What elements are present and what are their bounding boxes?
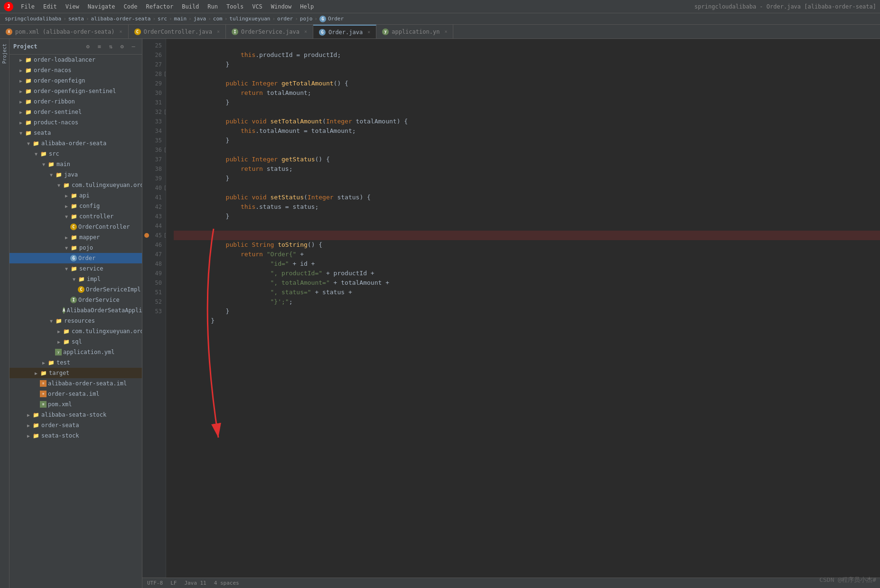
tab-icon-controller: C — [134, 28, 141, 35]
file-icon-yml: y — [55, 349, 62, 355]
arrow-icon: ▶ — [63, 192, 70, 199]
tree-pojo[interactable]: ▼ 📁 pojo — [9, 243, 142, 253]
tab-pom-xml[interactable]: x pom.xml (alibaba-order-seata) × — [0, 25, 129, 38]
sidebar-header: Project ⚙ ≡ ⇅ ⚙ — — [9, 39, 142, 55]
window-title: springcloudalibaba - Order.java [alibaba… — [694, 3, 876, 10]
breakpoint-dot — [144, 233, 149, 238]
tab-application-yml[interactable]: y application.yn × — [376, 25, 453, 38]
tree-sql[interactable]: ▶ 📁 sql — [9, 336, 142, 347]
menu-edit[interactable]: Edit — [39, 2, 61, 11]
tab-close-order[interactable]: × — [367, 29, 370, 35]
tree-seata[interactable]: ▼ 📁 seata — [9, 128, 142, 138]
line-40: 40 - — [142, 183, 166, 193]
tab-close-controller[interactable]: × — [217, 29, 220, 34]
tree-com-package[interactable]: ▼ 📁 com.tulingxueyuan.order — [9, 180, 142, 190]
tree-order-seata[interactable]: ▶ 📁 order-seata — [9, 420, 142, 430]
menu-help[interactable]: Help — [296, 2, 318, 11]
tree-target[interactable]: ▶ 📁 target — [9, 368, 142, 378]
tree-order-controller-file[interactable]: C OrderController — [9, 222, 142, 232]
menu-run[interactable]: Run — [204, 2, 222, 11]
arrow-icon: ▼ — [47, 171, 55, 178]
sidebar-gear-btn[interactable]: ⚙ — [117, 42, 127, 51]
tab-close-pom[interactable]: × — [120, 29, 122, 34]
menu-tools[interactable]: Tools — [223, 2, 247, 11]
tab-order-service[interactable]: I OrderService.java × — [226, 25, 313, 38]
tree-alibaba-iml[interactable]: ≡ alibaba-order-seata.iml — [9, 378, 142, 389]
code-line-47: "id=" + id + — [174, 250, 880, 259]
folder-icon: 📁 — [70, 192, 78, 199]
tree-order-ribbon[interactable]: ▶ 📁 order-ribbon — [9, 96, 142, 107]
tree-controller[interactable]: ▼ 📁 controller — [9, 211, 142, 222]
folder-icon: 📁 — [70, 202, 78, 210]
menu-build[interactable]: Build — [178, 2, 203, 11]
menu-refactor[interactable]: Refactor — [142, 2, 177, 11]
vertical-tabs: Project — [0, 39, 9, 588]
vtab-project[interactable]: Project — [1, 41, 8, 66]
tree-order-openfeign-sentinel[interactable]: ▶ 📁 order-openfeign-sentinel — [9, 86, 142, 96]
menu-view[interactable]: View — [62, 2, 83, 11]
file-icon-i: I — [70, 297, 77, 303]
tree-api[interactable]: ▶ 📁 api — [9, 190, 142, 201]
tree-impl[interactable]: ▼ 📁 impl — [9, 274, 142, 284]
tab-close-service[interactable]: × — [304, 29, 307, 34]
tree-alibaba-app[interactable]: A AlibabaOrderSeataApplication — [9, 305, 142, 316]
code-content[interactable]: this.productId = productId; } public Int… — [166, 39, 880, 578]
left-panel: Project Project ⚙ ≡ ⇅ ⚙ — ▶ 📁 — [0, 39, 142, 588]
menu-code[interactable]: Code — [120, 2, 141, 11]
tree-mapper[interactable]: ▶ 📁 mapper — [9, 232, 142, 243]
code-line-40: public void setStatus(Integer status) { — [174, 183, 880, 193]
status-line-ending: LF — [170, 580, 177, 586]
tree-product-nacos[interactable]: ▶ 📁 product-nacos — [9, 117, 142, 128]
tree-seata-stock[interactable]: ▶ 📁 seata-stock — [9, 430, 142, 441]
code-line-35 — [174, 136, 880, 145]
code-line-46: return "Order{" + — [174, 240, 880, 250]
tree-order-sentinel[interactable]: ▶ 📁 order-sentinel — [9, 107, 142, 117]
menu-vcs[interactable]: VCS — [248, 2, 266, 11]
tree-alibaba-order-seata[interactable]: ▼ 📁 alibaba-order-seata — [9, 138, 142, 149]
tree-order-loadbalancer[interactable]: ▶ 📁 order-loadbalancer — [9, 55, 142, 65]
menu-bar: J File Edit View Navigate Code Refactor … — [0, 0, 880, 13]
tree-order-service-file[interactable]: I OrderService — [9, 295, 142, 305]
code-line-31 — [174, 98, 880, 107]
tree-alibaba-seata-stock[interactable]: ▶ 📁 alibaba-seata-stock — [9, 410, 142, 420]
tab-icon-service: I — [232, 28, 238, 35]
tree-application-yml[interactable]: y application.yml — [9, 347, 142, 357]
tree-order-nacos[interactable]: ▶ 📁 order-nacos — [9, 65, 142, 75]
sidebar-title: Project — [13, 43, 80, 50]
tree-service[interactable]: ▼ 📁 service — [9, 263, 142, 274]
code-line-33: this.totalAmount = totalAmount; — [174, 117, 880, 126]
sidebar-sort-btn[interactable]: ≡ — [94, 42, 104, 51]
line-34: 34 — [142, 126, 166, 136]
tree-config[interactable]: ▶ 📁 config — [9, 201, 142, 211]
sidebar-minimize-btn[interactable]: — — [129, 42, 138, 51]
tree-resources[interactable]: ▼ 📁 resources — [9, 316, 142, 326]
tab-order-controller[interactable]: C OrderController.java × — [129, 25, 226, 38]
menu-navigate[interactable]: Navigate — [84, 2, 119, 11]
arrow-icon: ▶ — [17, 66, 25, 74]
line-52: 52 — [142, 297, 166, 307]
tree-mapper-resources[interactable]: ▶ 📁 com.tulingxueyuan.order.mapper — [9, 326, 142, 336]
sidebar-expand-btn[interactable]: ⇅ — [106, 42, 115, 51]
tree-order-file[interactable]: G Order — [9, 253, 142, 263]
tree-order-openfeign[interactable]: ▶ 📁 order-openfeign — [9, 75, 142, 86]
code-line-49: ", totalAmount=" + totalAmount + — [174, 269, 880, 278]
tree-java[interactable]: ▼ 📁 java — [9, 169, 142, 180]
folder-icon: 📁 — [25, 56, 32, 64]
tab-close-yml[interactable]: × — [444, 29, 447, 34]
menu-file[interactable]: File — [17, 2, 38, 11]
tab-icon-order: G — [319, 29, 326, 36]
sidebar-settings-btn[interactable]: ⚙ — [83, 42, 93, 51]
line-37: 37 — [142, 155, 166, 164]
tree-test[interactable]: ▶ 📁 test — [9, 357, 142, 368]
line-44: 44 — [142, 221, 166, 231]
folder-icon: 📁 — [25, 87, 32, 95]
tree-src[interactable]: ▼ 📁 src — [9, 149, 142, 159]
tab-order-java[interactable]: G Order.java × — [313, 25, 376, 38]
tree-pom[interactable]: ⊞ pom.xml — [9, 399, 142, 410]
project-sidebar: Project ⚙ ≡ ⇅ ⚙ — ▶ 📁 order-loadbalancer — [9, 39, 142, 588]
tree-main[interactable]: ▼ 📁 main — [9, 159, 142, 169]
tree-order-seata-iml[interactable]: ≡ order-seata.iml — [9, 389, 142, 399]
line-30: 30 — [142, 88, 166, 98]
tree-order-service-impl[interactable]: C OrderServiceImpl — [9, 284, 142, 295]
menu-window[interactable]: Window — [267, 2, 295, 11]
